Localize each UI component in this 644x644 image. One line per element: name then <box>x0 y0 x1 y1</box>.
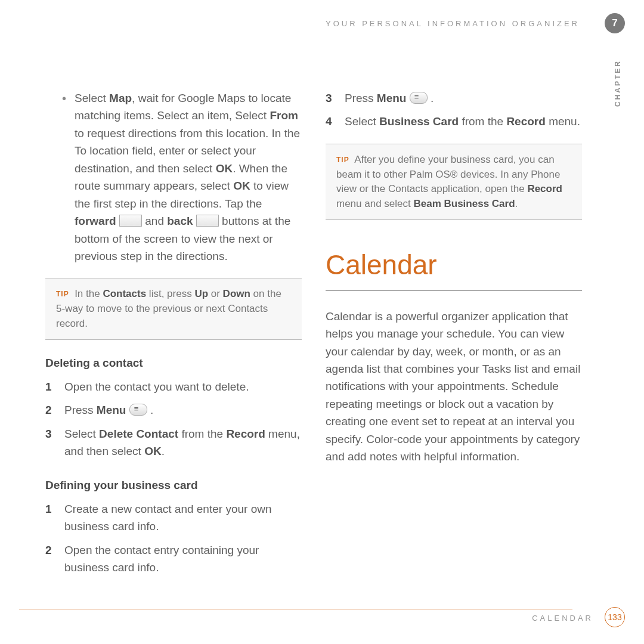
bold-business-card: Business Card <box>379 115 459 128</box>
step-text: Select Business Card from the Record men… <box>345 113 580 130</box>
map-directions-text: Select Map, wait for Google Maps to loca… <box>75 89 302 265</box>
step: 1 Create a new contact and enter your ow… <box>45 500 302 535</box>
step-number: 3 <box>326 89 336 107</box>
right-column: 3 Press Menu . 4 Select Business Card fr… <box>326 89 582 583</box>
chapter-badge: 7 <box>605 13 625 33</box>
text: . <box>162 445 165 457</box>
text: list, press <box>146 288 194 299</box>
section-heading-calendar: Calendar <box>326 244 582 290</box>
step-text: Press Menu . <box>64 401 153 419</box>
text: Press <box>64 404 97 416</box>
bold-beam-business-card: Beam Business Card <box>413 198 515 209</box>
menu-key-icon <box>129 404 147 416</box>
left-column: • Select Map, wait for Google Maps to lo… <box>45 89 302 583</box>
tip-label: TIP <box>336 156 349 164</box>
chapter-side-label: CHAPTER <box>614 60 622 107</box>
forward-button-icon <box>119 215 142 227</box>
text: Select <box>345 115 379 128</box>
business-card-steps: 1 Create a new contact and enter your ow… <box>45 500 302 577</box>
text: menu. <box>546 115 580 128</box>
bold-ok-2: OK <box>233 179 250 192</box>
step-text: Press Menu . <box>345 89 434 107</box>
calendar-intro-paragraph: Calendar is a powerful organizer applica… <box>326 308 582 466</box>
map-directions-bullet: • Select Map, wait for Google Maps to lo… <box>45 89 302 265</box>
text: from the <box>459 115 506 128</box>
heading-business-card: Defining your business card <box>45 476 302 494</box>
back-button-icon <box>196 215 219 227</box>
step-text: Select Delete Contact from the Record me… <box>64 425 302 460</box>
bold-back: back <box>167 215 193 227</box>
page-number: 133 <box>605 607 625 627</box>
step: 3 Select Delete Contact from the Record … <box>45 425 302 460</box>
step: 2 Open the contact entry containing your… <box>45 541 302 577</box>
step: 3 Press Menu . <box>326 89 582 107</box>
text: Select <box>75 92 109 104</box>
step: 2 Press Menu . <box>45 401 302 419</box>
bold-ok-1: OK <box>216 162 233 175</box>
bold-map: Map <box>109 92 132 104</box>
footer-section-label: CALENDAR <box>532 614 593 623</box>
bullet-dot-icon: • <box>62 89 66 265</box>
page: YOUR PERSONAL INFORMATION ORGANIZER 7 CH… <box>0 0 644 644</box>
tip-beam-business-card: TIP After you define your business card,… <box>326 144 582 221</box>
heading-deleting-contact: Deleting a contact <box>45 354 302 371</box>
text: . <box>428 92 434 104</box>
bold-record: Record <box>226 428 265 440</box>
text: menu and select <box>336 198 413 209</box>
bold-ok: OK <box>144 445 162 457</box>
text: Press <box>345 92 377 104</box>
text: . <box>147 404 154 416</box>
delete-contact-steps: 1 Open the contact you want to delete. 2… <box>45 378 302 460</box>
step: 1 Open the contact you want to delete. <box>45 378 302 395</box>
text: and <box>142 215 167 227</box>
business-card-steps-cont: 3 Press Menu . 4 Select Business Card fr… <box>326 89 582 131</box>
text: In the <box>75 288 103 299</box>
step-number: 2 <box>45 401 56 419</box>
bold-down: Down <box>223 288 250 299</box>
tip-contacts-navigation: TIP In the Contacts list, press Up or Do… <box>45 278 302 340</box>
bold-forward: forward <box>75 215 116 227</box>
text: Select <box>64 428 99 440</box>
bold-delete-contact: Delete Contact <box>99 428 178 440</box>
step-number: 4 <box>326 113 336 130</box>
bold-menu: Menu <box>97 404 126 416</box>
tip-label: TIP <box>56 290 69 298</box>
step-text: Open the contact entry containing your b… <box>64 541 302 577</box>
bold-record: Record <box>527 183 562 194</box>
menu-key-icon <box>410 92 428 104</box>
step-text: Create a new contact and enter your own … <box>64 500 302 535</box>
step: 4 Select Business Card from the Record m… <box>326 113 582 130</box>
bold-record: Record <box>506 115 545 128</box>
bold-from: From <box>270 109 298 122</box>
bold-contacts: Contacts <box>103 288 146 299</box>
step-number: 1 <box>45 500 56 535</box>
content-columns: • Select Map, wait for Google Maps to lo… <box>45 89 600 583</box>
text: or <box>208 288 223 299</box>
step-number: 3 <box>45 425 56 460</box>
text: . <box>515 198 518 209</box>
step-number: 1 <box>45 378 56 395</box>
bold-menu: Menu <box>377 92 407 104</box>
running-header: YOUR PERSONAL INFORMATION ORGANIZER <box>326 19 597 28</box>
text: from the <box>178 428 226 440</box>
bold-up: Up <box>194 288 208 299</box>
footer-rule <box>19 609 572 609</box>
step-text: Open the contact you want to delete. <box>64 378 249 395</box>
step-number: 2 <box>45 541 56 577</box>
